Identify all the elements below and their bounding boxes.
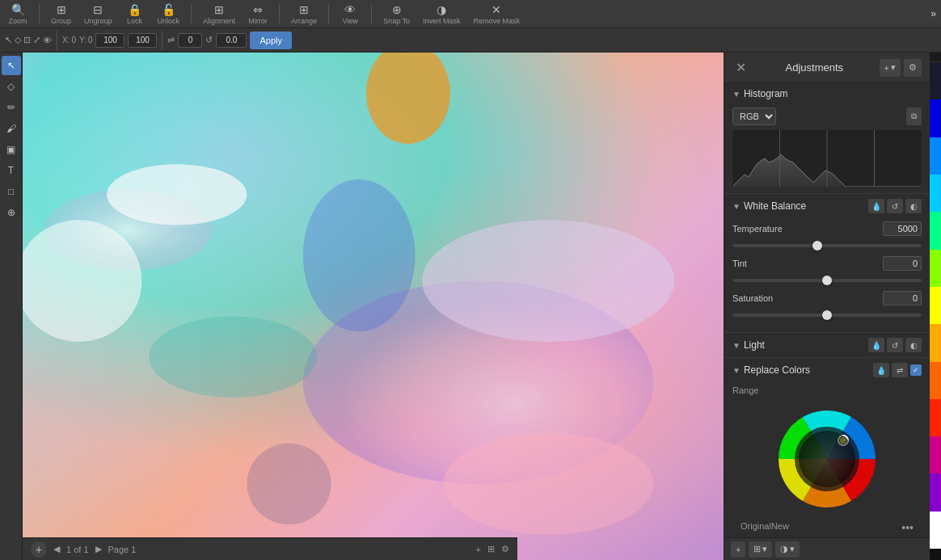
arrange-tool[interactable]: ⊞ Arrange (288, 2, 320, 27)
rotation-icon: ↺ (205, 35, 213, 45)
color-wheel[interactable] (774, 406, 880, 512)
invert-mask-tool[interactable]: ◑ Invert Mask (420, 2, 464, 27)
white-balance-body: Temperature Tint (724, 218, 930, 332)
saturation-label: Saturation (732, 293, 773, 303)
grid-view-btn[interactable]: ⊞ (487, 544, 495, 554)
brush-tool[interactable]: 🖌 (2, 119, 21, 138)
toolbar-more[interactable]: » (930, 8, 936, 19)
shape-tool[interactable]: □ (2, 182, 21, 201)
light-section-header[interactable]: ▼ Light 💧 ↺ ◐ (724, 333, 930, 357)
add-layer-button[interactable]: + (731, 541, 745, 558)
color-swatch-4[interactable] (930, 175, 941, 212)
layer-options-button[interactable]: ⊞ ▾ (749, 541, 772, 558)
crop-icon[interactable]: ⊡ (23, 35, 31, 45)
zoom-tool-left[interactable]: ⊕ (2, 203, 21, 222)
color-swatch-6[interactable] (930, 250, 941, 287)
color-swatch-7[interactable] (930, 287, 941, 324)
tint-value-input[interactable] (883, 256, 922, 271)
histogram-controls-row: RGB ⧉ (732, 107, 922, 125)
group-tool[interactable]: ⊞ Group (48, 2, 74, 27)
white-balance-chevron: ▼ (732, 202, 741, 211)
replace-colors-enabled-checkbox[interactable]: ✓ (910, 364, 922, 376)
transform-icon[interactable]: ⤢ (33, 35, 40, 45)
color-swatch-9[interactable] (930, 362, 941, 399)
alignment-tool[interactable]: ⊞ Alignment (200, 2, 238, 27)
white-balance-section: ▼ White Balance 💧 ↺ ◐ T (724, 194, 930, 333)
white-balance-visibility-button[interactable]: ◐ (905, 199, 922, 213)
replace-colors-eyedropper-button[interactable]: 💧 (873, 363, 889, 377)
color-swatch-2[interactable] (930, 99, 941, 137)
toolbar-separator-2 (191, 4, 192, 23)
node-tool[interactable]: ◇ (2, 77, 21, 96)
range-label: Range (732, 385, 922, 395)
toolbar-separator-5 (371, 4, 372, 23)
page-count: 1 of 1 (66, 545, 89, 554)
unlock-tool[interactable]: 🔓 Unlock (154, 2, 184, 27)
replace-colors-section-header[interactable]: ▼ Replace Colors 💧 ⇌ ✓ (724, 358, 930, 382)
snap-to-tool[interactable]: ⊕ Snap To (380, 2, 413, 27)
white-balance-section-header[interactable]: ▼ White Balance 💧 ↺ ◐ (724, 194, 930, 218)
node-icon[interactable]: ◇ (15, 35, 21, 45)
select-tool[interactable]: ↖ (2, 56, 21, 75)
bottom-bar-right: + ⊞ ⚙ (476, 544, 509, 554)
canvas-area: + ◀ 1 of 1 ▶ Page 1 + ⊞ ⚙ (23, 53, 724, 560)
prev-page-button[interactable]: ◀ (53, 544, 60, 554)
histogram-channel-select[interactable]: RGB (732, 107, 776, 125)
add-page-btn-right[interactable]: + (476, 545, 481, 554)
zoom-tool[interactable]: 🔍 Zoom (5, 2, 31, 27)
histogram-chart (732, 130, 922, 187)
pen-tool[interactable]: ✏ (2, 98, 21, 117)
next-page-button[interactable]: ▶ (95, 544, 102, 554)
light-visibility-button[interactable]: ◐ (905, 338, 922, 352)
saturation-slider[interactable] (732, 314, 922, 317)
view-tool-icon[interactable]: 👁 (43, 36, 52, 45)
remove-mask-tool[interactable]: ✕ Remove Mask (470, 2, 524, 27)
add-page-button[interactable]: + (31, 541, 47, 558)
replace-colors-mode-button[interactable]: ⇌ (892, 363, 908, 377)
temperature-slider[interactable] (732, 244, 922, 247)
saturation-value-input[interactable] (883, 291, 922, 305)
color-swatch-5[interactable] (930, 212, 941, 249)
panel-close-button[interactable]: ✕ (732, 58, 749, 77)
blend-mode-button[interactable]: ◑ ▾ (775, 541, 800, 558)
color-swatch-3[interactable] (930, 137, 941, 175)
light-eyedropper-button[interactable]: 💧 (868, 338, 884, 352)
svg-point-10 (149, 317, 317, 398)
lock-tool[interactable]: 🔒 Lock (122, 2, 148, 27)
color-swatch-13[interactable] (930, 512, 941, 549)
text-tool[interactable]: T (2, 161, 21, 180)
color-swatch-10[interactable] (930, 399, 941, 436)
chevron-down-icon: ▾ (891, 62, 896, 73)
apply-button[interactable]: Apply (250, 32, 292, 49)
color-swatch-12[interactable] (930, 474, 941, 511)
mirror-tool[interactable]: ⇔ Mirror (245, 2, 271, 27)
histogram-copy-button[interactable]: ⧉ (906, 107, 922, 125)
move-icon[interactable]: ↖ (5, 35, 12, 45)
width-input[interactable] (95, 33, 124, 48)
more-options-button[interactable]: ••• (901, 521, 914, 534)
angle-input[interactable] (178, 33, 202, 48)
fill-tool[interactable]: ▣ (2, 140, 21, 159)
opacity-input[interactable] (216, 33, 247, 48)
white-balance-title-row: ▼ White Balance (732, 200, 806, 212)
chevron-down-icon-bottom: ▾ (762, 544, 767, 554)
tint-slider[interactable] (732, 279, 922, 282)
white-balance-reset-button[interactable]: ↺ (887, 199, 903, 213)
height-input[interactable] (128, 33, 157, 48)
light-title-row: ▼ Light (732, 339, 765, 351)
light-title: Light (744, 339, 765, 351)
white-balance-eyedropper-button[interactable]: 💧 (868, 199, 884, 213)
panel-settings-button[interactable]: ⚙ (904, 59, 922, 77)
histogram-section-header[interactable]: ▼ Histogram (724, 83, 930, 104)
add-adjustment-button[interactable]: + ▾ (880, 59, 901, 77)
ungroup-tool[interactable]: ⊟ Ungroup (81, 2, 116, 27)
replace-colors-controls: 💧 ⇌ ✓ (873, 363, 922, 377)
color-swatch-11[interactable] (930, 436, 941, 474)
view-tool[interactable]: 👁 View (337, 2, 363, 27)
color-swatch-1[interactable] (930, 62, 941, 99)
settings-btn[interactable]: ⚙ (501, 544, 509, 554)
replace-colors-title: Replace Colors (744, 364, 810, 376)
light-reset-button[interactable]: ↺ (887, 338, 903, 352)
color-swatch-8[interactable] (930, 324, 941, 361)
temperature-value-input[interactable] (883, 221, 922, 236)
